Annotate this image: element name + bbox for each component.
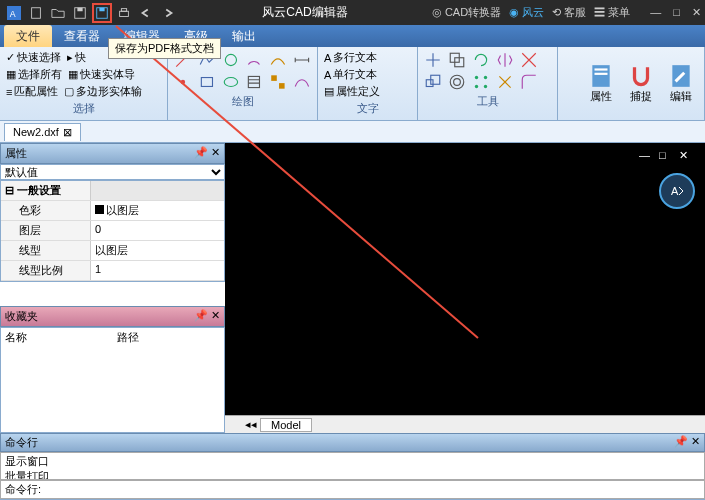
- point-tool-icon[interactable]: [174, 73, 192, 91]
- rotate-tool-icon[interactable]: [472, 51, 490, 69]
- properties-panel-header: 属性📌 ✕: [0, 143, 225, 164]
- svg-point-12: [181, 80, 185, 84]
- svg-rect-29: [595, 68, 608, 70]
- explode-tool-icon[interactable]: [496, 73, 514, 91]
- ellipse-tool-icon[interactable]: [222, 73, 240, 91]
- group-text-label: 文字: [322, 100, 413, 116]
- mirror-tool-icon[interactable]: [496, 51, 514, 69]
- propdef[interactable]: ▤ 属性定义: [322, 83, 382, 100]
- svg-point-27: [484, 85, 487, 88]
- command-history: 显示窗口 批量打印: [0, 452, 705, 480]
- pin-icon[interactable]: 📌 ✕: [674, 435, 700, 450]
- freehand-tool-icon[interactable]: [293, 73, 311, 91]
- favorites-panel-header: 收藏夹📌 ✕: [0, 306, 225, 327]
- rect-tool-icon[interactable]: [198, 73, 216, 91]
- app-logo[interactable]: A: [4, 3, 24, 23]
- arc-tool-icon[interactable]: [245, 51, 263, 69]
- svg-point-24: [475, 76, 478, 79]
- entity-export[interactable]: ▦快速实体导: [66, 66, 137, 83]
- prop-row[interactable]: 图层0: [1, 221, 224, 241]
- hatch-tool-icon[interactable]: [245, 73, 263, 91]
- prop-row[interactable]: 线型比例1: [1, 261, 224, 281]
- group-tool-label: 工具: [422, 93, 553, 109]
- svg-point-22: [454, 79, 461, 86]
- quick-view[interactable]: ▸快: [65, 49, 88, 66]
- menu-viewer[interactable]: 查看器: [52, 25, 112, 47]
- prop-row[interactable]: 线型以图层: [1, 241, 224, 261]
- svg-point-25: [484, 76, 487, 79]
- properties-button[interactable]: 属性: [582, 61, 620, 106]
- svg-rect-13: [201, 78, 212, 87]
- command-input-row: 命令行:: [0, 480, 705, 499]
- document-tab[interactable]: New2.dxf⊠: [4, 123, 81, 141]
- maximize-icon[interactable]: □: [673, 6, 680, 19]
- minimize-icon[interactable]: —: [650, 6, 661, 19]
- stext[interactable]: A 单行文本: [322, 66, 379, 83]
- canvas-close-icon[interactable]: ✕: [679, 149, 695, 165]
- canvas-maximize-icon[interactable]: □: [659, 149, 675, 165]
- offset-tool-icon[interactable]: [448, 73, 466, 91]
- circle-tool-icon[interactable]: [222, 51, 240, 69]
- tab-close-icon[interactable]: ⊠: [63, 126, 72, 139]
- scale-tool-icon[interactable]: [424, 73, 442, 91]
- model-tab[interactable]: Model: [260, 418, 312, 432]
- open-icon[interactable]: [48, 3, 68, 23]
- edit-button[interactable]: 编辑: [662, 61, 700, 106]
- menu-output[interactable]: 输出: [220, 25, 268, 47]
- pin-icon[interactable]: 📌 ✕: [194, 309, 220, 324]
- quick-select[interactable]: ✓快速选择: [4, 49, 63, 66]
- svg-rect-28: [592, 65, 609, 87]
- select-all[interactable]: ▦选择所有: [4, 66, 64, 83]
- dimension-tool-icon[interactable]: [293, 51, 311, 69]
- curve-tool-icon[interactable]: [269, 51, 287, 69]
- polygon-entity[interactable]: ▢多边形实体输: [62, 83, 144, 100]
- document-tab-strip: New2.dxf⊠: [0, 121, 705, 143]
- match-props[interactable]: ≡匹配属性: [4, 83, 60, 100]
- property-filter-select[interactable]: 默认值: [0, 164, 225, 180]
- mtext[interactable]: A 多行文本: [322, 49, 379, 66]
- snap-button[interactable]: 捕捉: [622, 61, 660, 106]
- close-icon[interactable]: ✕: [692, 6, 701, 19]
- save-as-pdf-icon[interactable]: [92, 3, 112, 23]
- fengyun-link[interactable]: ◉ 风云: [509, 5, 544, 20]
- nav-first-icon[interactable]: ◂◂: [245, 418, 257, 431]
- menu-file[interactable]: 文件: [4, 25, 52, 47]
- menu-bar: 文件 查看器 编辑器 高级 输出: [0, 25, 705, 47]
- array-tool-icon[interactable]: [472, 73, 490, 91]
- svg-rect-8: [120, 11, 129, 16]
- svg-rect-20: [426, 80, 433, 87]
- svg-point-26: [475, 85, 478, 88]
- copy-tool-icon[interactable]: [448, 51, 466, 69]
- save-icon[interactable]: [70, 3, 90, 23]
- undo-icon[interactable]: [136, 3, 156, 23]
- commandline-header: 命令行📌 ✕: [0, 433, 705, 452]
- menu-link[interactable]: ☰ 菜单: [594, 5, 630, 20]
- support-link[interactable]: ⟲ 客服: [552, 5, 586, 20]
- svg-text:A: A: [671, 185, 679, 197]
- svg-rect-5: [77, 7, 82, 11]
- redo-icon[interactable]: [158, 3, 178, 23]
- drawing-canvas[interactable]: — □ ✕ A: [225, 143, 705, 415]
- fav-path-column: 路径: [113, 328, 225, 432]
- group-draw-label: 绘图: [172, 93, 313, 109]
- cad-converter-link[interactable]: ◎ CAD转换器: [432, 5, 501, 20]
- block-tool-icon[interactable]: [269, 73, 287, 91]
- new-icon[interactable]: [26, 3, 46, 23]
- svg-rect-30: [595, 73, 608, 75]
- canvas-minimize-icon[interactable]: —: [639, 149, 655, 165]
- fillet-tool-icon[interactable]: [520, 73, 538, 91]
- save-pdf-tooltip: 保存为PDF格式文档: [108, 38, 221, 59]
- prop-row[interactable]: 色彩以图层: [1, 201, 224, 221]
- move-tool-icon[interactable]: [424, 51, 442, 69]
- view-cube-icon[interactable]: A: [659, 173, 695, 209]
- favorites-list: 名称 路径: [0, 327, 225, 433]
- title-bar: A 风云CAD编辑器 ◎ CAD转换器 ◉ 风云 ⟲ 客服 ☰ 菜单 — □ ✕: [0, 0, 705, 25]
- pin-icon[interactable]: 📌 ✕: [194, 146, 220, 161]
- svg-text:A: A: [10, 8, 16, 18]
- command-input[interactable]: [41, 484, 700, 496]
- svg-rect-9: [121, 8, 126, 11]
- print-icon[interactable]: [114, 3, 134, 23]
- app-title: 风云CAD编辑器: [178, 4, 432, 21]
- svg-point-23: [450, 75, 464, 89]
- trim-tool-icon[interactable]: [520, 51, 538, 69]
